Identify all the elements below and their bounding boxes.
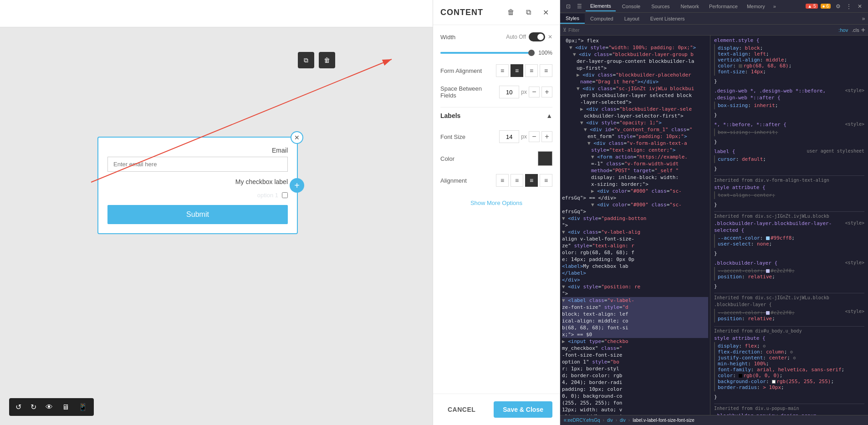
breadcrumb-item-selected[interactable]: label.v-label-font-size-font-size bbox=[633, 418, 694, 423]
show-more-options-button[interactable]: Show More Options bbox=[440, 195, 552, 211]
devtools-subtab-layout[interactable]: Layout bbox=[619, 14, 645, 23]
duplicate-content-button[interactable]: ⧉ bbox=[521, 5, 535, 19]
html-line-selected[interactable]: block; text-align: lef bbox=[562, 311, 708, 317]
filter-input[interactable] bbox=[568, 27, 837, 33]
email-input[interactable] bbox=[107, 157, 288, 172]
html-line[interactable]: up-first"> bbox=[562, 65, 708, 72]
devtools-tab-console[interactable]: Console bbox=[618, 2, 645, 11]
html-line-selected[interactable]: b(68, 68, 68); font-si bbox=[562, 324, 708, 331]
add-field-button[interactable]: + bbox=[290, 178, 304, 193]
html-line[interactable]: display: inline-block; width: bbox=[562, 174, 708, 181]
labels-section-header[interactable]: Labels ▲ bbox=[440, 107, 552, 124]
align-justify-button[interactable]: ≡ bbox=[540, 64, 552, 77]
html-line[interactable]: 12px; width: auto; v bbox=[562, 406, 708, 413]
html-line-selected[interactable]: x;"> == $0 bbox=[562, 331, 708, 338]
font-size-increase-button[interactable]: + bbox=[541, 131, 552, 142]
filter-add-button[interactable]: + bbox=[861, 26, 865, 34]
html-line[interactable]: option 1" style="bo bbox=[562, 358, 708, 365]
html-line[interactable]: method="POST" target="_self " bbox=[562, 167, 708, 174]
devtools-close-icon[interactable]: ✕ bbox=[855, 2, 864, 11]
mobile-view-button[interactable]: 📱 bbox=[77, 401, 89, 413]
save-close-button[interactable]: Save & Close bbox=[494, 401, 552, 418]
copy-widget-button[interactable]: ⧉ bbox=[298, 52, 314, 68]
close-content-panel-button[interactable]: ✕ bbox=[539, 5, 552, 19]
slider-thumb[interactable] bbox=[528, 50, 535, 56]
devtools-tab-elements[interactable]: Elements bbox=[586, 1, 616, 11]
html-line[interactable]: align v-label-font-size- bbox=[562, 236, 708, 242]
align-left-button[interactable]: ≡ bbox=[496, 64, 509, 77]
delete-widget-button[interactable]: 🗑 bbox=[319, 52, 335, 68]
color-swatch[interactable] bbox=[538, 151, 552, 166]
html-line[interactable]: ▼ <div id="v_content_form_1" class=" bbox=[562, 126, 708, 133]
html-line[interactable]: =-1" class="v-form-width-widt bbox=[562, 160, 708, 167]
cancel-button[interactable]: CANCEL bbox=[440, 401, 483, 418]
html-line[interactable]: -font-size-font-size bbox=[562, 352, 708, 358]
align-right-button[interactable]: ≡ bbox=[525, 64, 538, 77]
html-line[interactable]: x-sizing: border;"> bbox=[562, 181, 708, 188]
html-line[interactable]: my_checkbox" class=" bbox=[562, 345, 708, 352]
devtools-subtab-styles[interactable]: Styles bbox=[560, 14, 585, 24]
html-line[interactable]: efrsGq"> == </div> bbox=[562, 195, 708, 201]
html-line[interactable]: ▼ <form action="https://example. bbox=[562, 154, 708, 160]
html-line[interactable]: -layer-selected"> bbox=[562, 99, 708, 106]
devtools-tab-network[interactable]: Network bbox=[676, 2, 704, 11]
html-line-selected[interactable]: ▼ <label class="v-label- bbox=[562, 297, 708, 304]
devtools-tab-performance[interactable]: Performance bbox=[705, 2, 741, 11]
html-line[interactable]: </div> bbox=[562, 277, 708, 283]
devtools-settings-icon[interactable]: ⚙ bbox=[833, 2, 842, 11]
html-line[interactable]: ▼ <div style="padding-botton bbox=[562, 215, 708, 222]
auto-off-toggle[interactable] bbox=[529, 32, 545, 41]
html-line[interactable]: <label>My checkbox lab bbox=[562, 263, 708, 270]
html-line[interactable]: style="text-align: center;"> bbox=[562, 147, 708, 154]
breadcrumb-item-3[interactable]: div bbox=[620, 418, 626, 423]
html-line[interactable]: efrsGq"> bbox=[562, 208, 708, 215]
html-line[interactable]: der-layer-group-content blockbuilder-la bbox=[562, 58, 708, 65]
html-line[interactable]: padding: 10px; color bbox=[562, 386, 708, 393]
html-line[interactable]: olor: rgb(68, 68, 68); f bbox=[562, 249, 708, 256]
html-line[interactable]: ent_form" style="padding: 10px;"> bbox=[562, 133, 708, 140]
breadcrumb-item-2[interactable]: div bbox=[607, 418, 613, 423]
html-line[interactable]: 0, 0); background-co bbox=[562, 393, 708, 399]
space-increase-button[interactable]: + bbox=[541, 87, 552, 97]
text-align-center-button[interactable]: ≡ bbox=[511, 174, 523, 187]
html-line[interactable]: ▼ <div style="width: 100%; padding: 0px;… bbox=[562, 44, 708, 51]
html-line[interactable]: 0px;"> flex bbox=[562, 37, 708, 44]
html-line[interactable]: ▼ <div class="v-form-align-text-a bbox=[562, 140, 708, 147]
html-line[interactable]: ▶ <div color="#000" class="sc- bbox=[562, 188, 708, 195]
submit-button[interactable]: Submit bbox=[107, 205, 288, 224]
html-line[interactable]: ▼ <div style="position: re bbox=[562, 283, 708, 290]
devtools-subtab-computed[interactable]: Computed bbox=[585, 14, 619, 23]
font-size-input[interactable] bbox=[499, 130, 519, 143]
font-size-decrease-button[interactable]: − bbox=[529, 131, 540, 142]
html-line[interactable]: (255, 255, 255); fon bbox=[562, 399, 708, 406]
text-align-right-button[interactable]: ≡ bbox=[525, 174, 538, 187]
delete-content-button[interactable]: 🗑 bbox=[504, 5, 518, 19]
html-line[interactable]: ockbuilder-layer-selector-first"> bbox=[562, 113, 708, 119]
html-line[interactable]: e: 14px; padding: 0px 0p bbox=[562, 256, 708, 263]
breadcrumb-item-1[interactable]: ≡:eeDRCY.efrsGq bbox=[564, 418, 600, 423]
html-line-selected[interactable]: ze-font-size" style="d bbox=[562, 304, 708, 311]
devtools-html-panel[interactable]: 0px;"> flex ▼ <div style="width: 100%; p… bbox=[560, 36, 710, 415]
desktop-view-button[interactable]: 🖥 bbox=[60, 401, 71, 413]
form-widget-close-btn[interactable]: ✕ bbox=[291, 131, 303, 144]
width-slider[interactable] bbox=[440, 52, 535, 54]
html-line[interactable]: ▼ <div class="sc-jIGnZt ivjWLu blockbui bbox=[562, 85, 708, 92]
html-line[interactable]: ▶ <input type="checkbo bbox=[562, 338, 708, 345]
html-line[interactable]: ▼ <div style="opacity: 1;"> bbox=[562, 119, 708, 126]
html-line-selected[interactable]: ical-align: middle; co bbox=[562, 317, 708, 324]
space-between-input[interactable] bbox=[499, 86, 519, 98]
toggle-x-btn[interactable]: ✕ bbox=[548, 34, 552, 40]
html-line[interactable]: "> bbox=[562, 222, 708, 229]
html-line[interactable]: r: 1px; border-styl bbox=[562, 365, 708, 372]
html-line[interactable]: </label> bbox=[562, 270, 708, 277]
align-center-button[interactable]: ≡ bbox=[511, 64, 523, 77]
text-align-justify-button[interactable]: ≡ bbox=[540, 174, 552, 187]
html-line[interactable]: ze" style="text-align: r bbox=[562, 242, 708, 249]
html-line[interactable]: ▼ <div class="v-label-alig bbox=[562, 229, 708, 236]
html-line[interactable]: ▶ <div class="blockbuilder-layer-sele bbox=[562, 106, 708, 113]
checkbox-input[interactable] bbox=[282, 192, 288, 198]
devtools-device-icon[interactable]: ☰ bbox=[575, 2, 584, 11]
html-line[interactable]: "> bbox=[562, 290, 708, 297]
redo-button[interactable]: ↻ bbox=[29, 401, 38, 413]
html-line[interactable]: ▼ <div class="blockbuilder-layer-group b bbox=[562, 51, 708, 58]
